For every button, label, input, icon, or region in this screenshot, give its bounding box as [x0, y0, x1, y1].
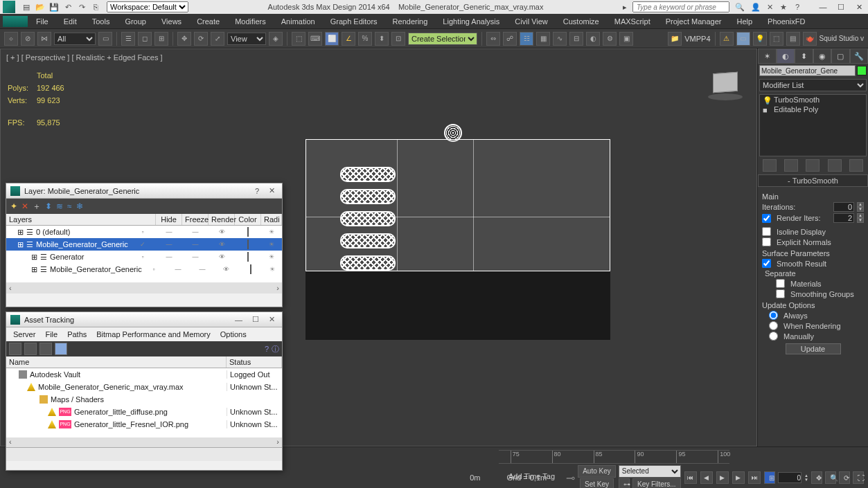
keyboard-icon[interactable]: ⌨ [308, 32, 322, 46]
new-layer-icon[interactable]: ✦ [10, 201, 17, 211]
rollout-turbosmooth-header[interactable]: - TurboSmooth [758, 174, 868, 187]
render-iters-checkbox[interactable] [762, 214, 771, 223]
col-layers[interactable]: Layers [6, 214, 156, 225]
autokey-button[interactable]: Auto Key [578, 465, 616, 478]
select-name-icon[interactable]: ☰ [121, 32, 135, 46]
iterations-input[interactable] [833, 202, 854, 212]
bind-icon[interactable]: ⋈ [37, 32, 51, 46]
percent-snap-icon[interactable]: % [358, 32, 372, 46]
selection-filter-dropdown[interactable]: All [54, 33, 96, 45]
asset-table-icon[interactable] [55, 343, 67, 355]
col-color[interactable]: Color [235, 214, 261, 225]
render-setup-icon[interactable]: ⚙ [603, 32, 617, 46]
asset-row[interactable]: PNGGenerator_little_diffuse.pngUnknown S… [6, 406, 282, 418]
align-icon[interactable]: ☍ [503, 32, 517, 46]
pin-stack-icon[interactable] [763, 159, 777, 172]
asset-row[interactable]: Autodesk VaultLogged Out [6, 368, 282, 381]
menu-edit[interactable]: Edit [57, 16, 84, 27]
update-always-radio[interactable] [769, 311, 778, 320]
orbit-icon[interactable]: ⟳ [839, 471, 850, 484]
asset-help-icon[interactable]: ? [265, 345, 269, 353]
help-search-input[interactable] [632, 1, 729, 12]
render-iters-input[interactable] [833, 213, 854, 223]
prev-frame-icon[interactable]: ◀ [700, 471, 713, 484]
menu-file[interactable]: File [29, 16, 55, 27]
highlight-icon[interactable]: ≋ [56, 201, 63, 211]
warning-icon[interactable]: ⚠ [720, 32, 734, 46]
select-link-icon[interactable]: ⟐ [4, 32, 18, 46]
new-icon[interactable]: ▤ [21, 1, 32, 12]
frame-input[interactable] [778, 472, 801, 483]
asset-close-button[interactable]: ✕ [266, 315, 278, 324]
menu-create[interactable]: Create [190, 16, 227, 27]
sep-smoothing-checkbox[interactable] [776, 289, 785, 298]
key-filter-dropdown[interactable]: Selected [619, 465, 681, 478]
remove-mod-icon[interactable] [828, 159, 842, 172]
freeze-layer-icon[interactable]: ❄ [76, 201, 83, 211]
col-radiosity[interactable]: Radi [261, 214, 282, 225]
manipulate-icon[interactable]: ⬚ [292, 32, 305, 46]
goto-end-icon[interactable]: ⏭ [748, 471, 761, 484]
teapot-icon[interactable]: 🫖 [803, 32, 817, 46]
help-icon[interactable]: ? [792, 1, 803, 12]
scale-icon[interactable]: ⤢ [211, 32, 224, 46]
select-rect-icon[interactable]: ◻ [138, 32, 152, 46]
asset-info-icon[interactable]: ⓘ [272, 344, 279, 354]
ref-coord-dropdown[interactable]: View [227, 33, 266, 45]
asset-menu-server[interactable]: Server [9, 329, 39, 340]
add-to-layer-icon[interactable]: ＋ [33, 201, 41, 213]
redo-icon[interactable]: ↷ [76, 1, 87, 12]
unlink-icon[interactable]: ⊘ [21, 32, 35, 46]
tab-modify-icon[interactable]: ◐ [777, 48, 795, 64]
rendered-frame-icon[interactable]: ▣ [619, 32, 633, 46]
menu-maxscript[interactable]: MAXScript [608, 16, 657, 27]
asset-menu-options[interactable]: Options [216, 329, 251, 340]
layer-close-button[interactable]: ✕ [266, 186, 278, 195]
menu-civilview[interactable]: Civil View [508, 16, 554, 27]
minimize-button[interactable]: — [817, 3, 829, 12]
viewport-label[interactable]: [ + ] [ Perspective ] [ Realistic + Edge… [6, 53, 163, 62]
lock-ui-icon[interactable]: ⬚ [770, 32, 783, 46]
play-icon[interactable]: ▶ [716, 471, 729, 484]
time-config-icon[interactable]: ⊞ [764, 471, 775, 484]
modifier-list-dropdown[interactable]: Modifier List [759, 79, 867, 91]
angle-snap-icon[interactable]: ∠ [342, 32, 355, 46]
goto-start-icon[interactable]: ⏮ [684, 471, 697, 484]
asset-min-button[interactable]: — [232, 316, 245, 324]
spinner-snap-icon[interactable]: ⬍ [375, 32, 389, 46]
asset-menu-file[interactable]: File [41, 329, 62, 340]
smooth-result-checkbox[interactable] [762, 259, 771, 268]
maximize-vp-icon[interactable]: ⛶ [853, 471, 864, 484]
menu-animation[interactable]: Animation [274, 16, 322, 27]
edit-named-icon[interactable]: ⊡ [391, 32, 405, 46]
asset-row[interactable]: PNGGenerator_little_Fresnel_IOR.pngUnkno… [6, 418, 282, 431]
exchange-icon[interactable]: ✕ [764, 1, 775, 12]
key-icon-button[interactable]: ⊶ [619, 478, 630, 489]
menu-projectmanager[interactable]: Project Manager [659, 16, 729, 27]
iterations-spinner[interactable]: ▲▼ [857, 202, 864, 212]
rotate-icon[interactable]: ⟳ [194, 32, 208, 46]
move-icon[interactable]: ✥ [177, 32, 191, 46]
menu-phoenixfd[interactable]: PhoenixFD [761, 16, 812, 27]
snap-toggle-icon[interactable]: ⬜ [325, 32, 339, 46]
select-object-icon[interactable]: ▭ [98, 32, 112, 46]
layer-help-button[interactable]: ? [252, 187, 262, 195]
time-ruler[interactable]: 75 80 85 90 95 100 [499, 450, 729, 464]
hide-layer-icon[interactable]: ≈ [67, 201, 72, 211]
layer-row[interactable]: ⊞☰0 (default)▫——👁☀ [6, 226, 282, 238]
update-button[interactable]: Update [786, 343, 841, 354]
layer-row[interactable]: ⊞☰Mobile_Generator_Generic▫——👁☀ [6, 263, 282, 275]
update-render-radio[interactable] [769, 321, 778, 330]
schematic-icon[interactable]: ⊟ [569, 32, 583, 46]
graphite-icon[interactable]: ▦ [536, 32, 550, 46]
link-icon[interactable]: ⎘ [90, 1, 101, 12]
update-manual-radio[interactable] [769, 332, 778, 341]
explicit-normals-checkbox[interactable] [762, 237, 771, 246]
asset-rows[interactable]: Autodesk VaultLogged OutMobile_Generator… [6, 368, 282, 437]
asset-col-status[interactable]: Status [227, 356, 282, 368]
viewcube[interactable] [708, 70, 743, 100]
named-selection-dropdown[interactable]: Create Selection Se [408, 33, 477, 45]
col-render[interactable]: Render [209, 214, 235, 225]
maximize-button[interactable]: ☐ [835, 3, 847, 12]
render-output-icon[interactable]: ▭ [736, 32, 750, 46]
